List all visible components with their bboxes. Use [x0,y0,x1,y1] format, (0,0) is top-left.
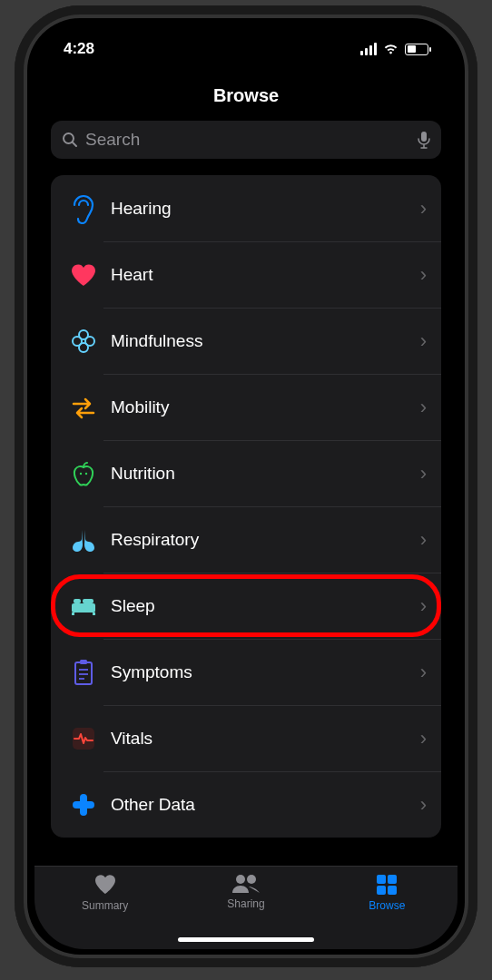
category-label: Mobility [103,397,420,417]
category-row-symptoms[interactable]: Symptoms › [51,639,441,705]
category-list: Hearing › Heart › Mindfulness › [51,175,441,838]
category-label: Hearing [103,199,420,219]
svg-point-7 [80,472,82,474]
category-label: Other Data [103,795,420,815]
search-bar[interactable] [51,121,441,159]
respiratory-icon [64,527,103,553]
svg-rect-27 [388,886,397,895]
mindfulness-icon [64,328,103,355]
category-row-mobility[interactable]: Mobility › [51,374,441,440]
category-row-other-data[interactable]: Other Data › [51,771,441,838]
cellular-signal-icon [360,43,377,55]
tab-browse[interactable]: Browse [332,874,441,912]
category-row-mindfulness[interactable]: Mindfulness › [51,308,441,374]
category-row-nutrition[interactable]: Nutrition › [51,440,441,506]
wifi-icon [382,43,399,55]
category-label: Mindfulness [103,331,420,351]
status-time: 4:28 [64,40,94,58]
category-row-hearing[interactable]: Hearing › [51,175,441,241]
chevron-right-icon: › [420,793,427,817]
category-label: Vitals [103,729,420,749]
chevron-right-icon: › [420,329,427,353]
search-icon [62,132,78,148]
status-right [360,43,428,55]
nav-header: Browse [34,74,458,117]
search-input[interactable] [85,130,410,150]
svg-rect-24 [377,875,386,884]
tab-label: Browse [369,899,405,912]
category-label: Sleep [103,596,420,616]
vitals-icon [64,726,103,751]
grid-icon [376,874,398,896]
microphone-icon[interactable] [418,131,430,149]
chevron-right-icon: › [420,396,427,419]
people-icon [231,874,261,894]
category-label: Symptoms [103,662,420,682]
svg-rect-2 [421,132,427,142]
svg-rect-10 [72,612,74,615]
chevron-right-icon: › [420,528,427,552]
svg-point-22 [236,875,245,884]
svg-rect-15 [80,660,87,664]
category-row-respiratory[interactable]: Respiratory › [51,506,441,573]
svg-line-1 [73,142,76,146]
heart-filled-icon [93,874,117,896]
tab-sharing[interactable]: Sharing [192,874,300,910]
tab-summary[interactable]: Summary [51,874,160,912]
tab-label: Sharing [227,897,264,910]
chevron-right-icon: › [420,263,427,287]
chevron-right-icon: › [420,594,427,618]
svg-rect-13 [83,599,93,603]
home-indicator[interactable] [178,937,314,942]
tab-label: Summary [82,899,128,912]
nutrition-icon [64,460,103,487]
svg-point-6 [85,337,94,346]
heart-icon [64,262,103,288]
screen: 4:28 Browse Heari [34,24,458,949]
svg-rect-21 [73,801,94,808]
phone-frame: 4:28 Browse Heari [15,5,477,967]
battery-icon [405,44,428,55]
category-label: Heart [103,265,420,285]
svg-rect-14 [75,662,92,684]
category-label: Respiratory [103,530,420,550]
category-row-vitals[interactable]: Vitals › [51,705,441,771]
notch [142,24,350,56]
chevron-right-icon: › [420,661,427,684]
chevron-right-icon: › [420,197,427,220]
category-label: Nutrition [103,464,420,484]
svg-point-23 [247,875,256,884]
chevron-right-icon: › [420,462,427,485]
hearing-icon [64,193,103,224]
sleep-icon [64,596,103,616]
category-row-heart[interactable]: Heart › [51,241,441,308]
svg-point-5 [73,337,82,346]
other-data-icon [64,792,103,818]
svg-point-8 [85,472,87,474]
page-title: Browse [34,85,458,106]
svg-rect-9 [72,603,95,612]
chevron-right-icon: › [420,727,427,750]
category-row-sleep[interactable]: Sleep › [51,573,441,639]
symptoms-icon [64,659,103,686]
mobility-icon [64,394,103,421]
svg-rect-11 [93,612,95,615]
content-area: Hearing › Heart › Mindfulness › [34,159,458,866]
svg-rect-26 [377,886,386,895]
svg-rect-25 [388,875,397,884]
svg-rect-12 [74,599,81,603]
